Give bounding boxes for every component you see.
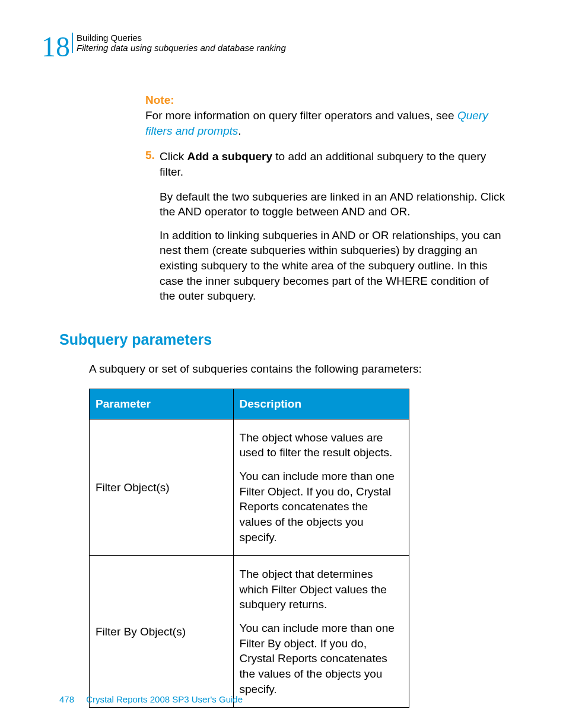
- desc-p2: You can include more than one Filter Obj…: [240, 469, 403, 545]
- note-suffix: .: [238, 125, 241, 137]
- page-header: 18 Building Queries Filtering data using…: [42, 33, 524, 61]
- step-text-a: Click: [160, 150, 187, 163]
- desc-p1: The object that determines which Filter …: [240, 567, 403, 612]
- cell-desc: The object that determines which Filter …: [233, 556, 409, 708]
- parameter-table: Parameter Description Filter Object(s) T…: [89, 389, 409, 708]
- step-body: Click Add a subquery to add an additiona…: [160, 149, 507, 179]
- cell-param: Filter Object(s): [90, 419, 234, 555]
- page-container: 18 Building Queries Filtering data using…: [0, 0, 566, 728]
- section-heading: Subquery parameters: [59, 331, 524, 348]
- chapter-number: 18: [42, 33, 70, 61]
- table-row: Filter Object(s) The object whose values…: [90, 419, 409, 555]
- header-text-block: Building Queries Filtering data using su…: [72, 33, 286, 53]
- table-row: Filter By Object(s) The object that dete…: [90, 556, 409, 708]
- desc-p1: The object whose values are used to filt…: [240, 430, 403, 460]
- note-label: Note:: [145, 94, 507, 107]
- footer-title: Crystal Reports 2008 SP3 User's Guide: [86, 694, 243, 704]
- step-paragraph-1: By default the two subqueries are linked…: [160, 189, 507, 220]
- main-content: Note: For more information on query filt…: [145, 94, 507, 304]
- desc-p2: You can include more than one Filter By …: [240, 621, 403, 697]
- step-paragraph-2: In addition to linking subqueries in AND…: [160, 228, 507, 304]
- step-bold: Add a subquery: [187, 150, 272, 163]
- footer-page-number: 478: [59, 694, 74, 704]
- step-5: 5. Click Add a subquery to add an additi…: [145, 149, 507, 179]
- cell-desc: The object whose values are used to filt…: [233, 419, 409, 555]
- note-prefix: For more information on query filter ope…: [145, 109, 457, 122]
- header-title: Building Queries: [77, 33, 286, 43]
- cell-param: Filter By Object(s): [90, 556, 234, 708]
- th-parameter: Parameter: [90, 389, 234, 419]
- section-intro: A subquery or set of subqueries contains…: [89, 361, 524, 377]
- step-number: 5.: [145, 149, 160, 179]
- header-subtitle: Filtering data using subqueries and data…: [77, 43, 286, 53]
- page-footer: 478 Crystal Reports 2008 SP3 User's Guid…: [59, 694, 243, 704]
- note-body: For more information on query filter ope…: [145, 108, 507, 138]
- th-description: Description: [233, 389, 409, 419]
- table-header-row: Parameter Description: [90, 389, 409, 419]
